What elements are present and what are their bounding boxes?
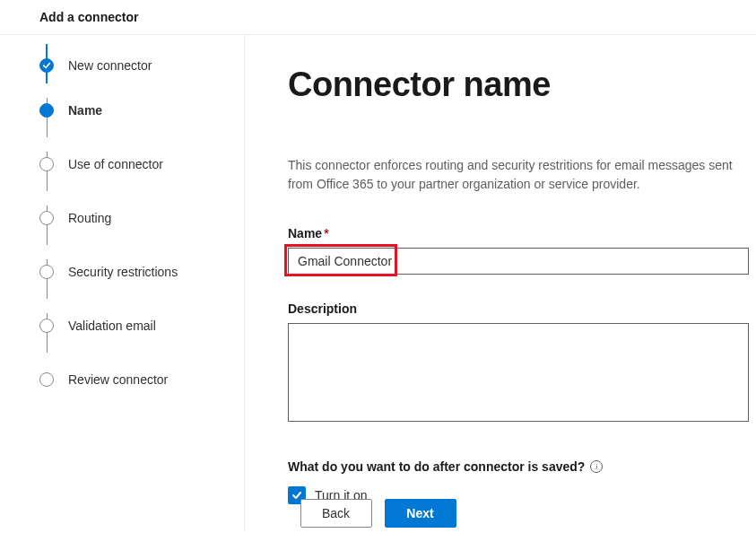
step-label: Security restrictions [68,265,178,279]
check-icon [42,61,51,70]
step-marker-pending-icon [39,319,54,333]
wizard-sidebar: New connector Name Use of connector Rout… [0,35,245,530]
step-name[interactable]: Name [39,83,244,137]
step-new-connector[interactable]: New connector [39,48,244,83]
step-marker-pending-icon [39,157,54,171]
description-label: Description [288,301,749,316]
stepper: New connector Name Use of connector Rout… [39,48,244,406]
step-label: Validation email [68,319,156,333]
info-icon[interactable]: i [590,460,603,473]
wizard-header: Add a connector [0,0,756,35]
step-marker-pending-icon [39,265,54,279]
save-question-row: What do you want to do after connector i… [288,459,749,474]
name-field-wrapper [288,248,749,275]
step-label: Review connector [68,372,168,387]
step-marker-completed-icon [39,58,54,73]
step-use-of-connector[interactable]: Use of connector [39,137,244,191]
main-content: Connector name This connector enforces r… [245,35,756,530]
intro-text: This connector enforces routing and secu… [288,156,736,194]
step-label: Routing [68,211,111,225]
step-marker-current-icon [39,103,54,118]
layout: New connector Name Use of connector Rout… [0,35,756,530]
name-label: Name* [288,226,749,240]
back-button[interactable]: Back [300,499,372,528]
step-review-connector[interactable]: Review connector [39,353,244,406]
wizard-footer: Back Next [0,490,756,533]
step-validation-email[interactable]: Validation email [39,299,244,353]
step-label: Name [68,103,102,118]
required-asterisk: * [324,226,328,240]
save-question-text: What do you want to do after connector i… [288,459,585,474]
step-routing[interactable]: Routing [39,191,244,245]
next-button[interactable]: Next [385,499,456,528]
step-security-restrictions[interactable]: Security restrictions [39,245,244,299]
wizard-title: Add a connector [39,10,138,24]
step-marker-pending-icon [39,372,54,387]
name-input[interactable] [288,248,749,275]
step-label: New connector [68,58,152,73]
page-title: Connector name [288,66,749,104]
description-textarea[interactable] [288,323,749,422]
step-label: Use of connector [68,157,163,171]
step-marker-pending-icon [39,211,54,225]
